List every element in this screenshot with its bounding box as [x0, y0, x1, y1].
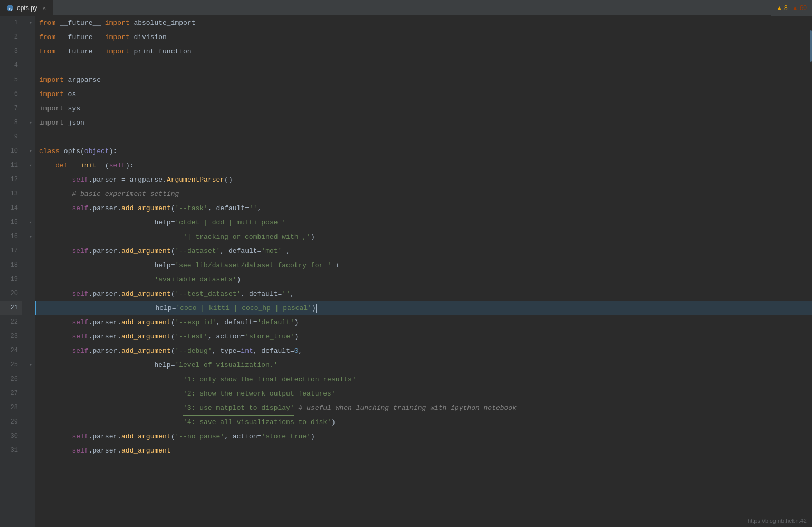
code-line-5: import argparse — [35, 73, 812, 87]
fold-icon-16[interactable]: ▾ — [26, 230, 35, 244]
code-line-4 — [35, 59, 812, 73]
fold-icon-19 — [26, 272, 35, 287]
line-number-24: 24 — [0, 344, 22, 358]
fold-icon-15[interactable]: ▾ — [26, 215, 35, 230]
line-number-10: 10 — [0, 144, 22, 158]
code-line-18: help='see lib/dataset/dataset_facotry fo… — [35, 258, 812, 272]
fold-icon-4 — [26, 59, 35, 73]
fold-icon-27 — [26, 387, 35, 401]
line-number-1: 1 — [0, 16, 22, 30]
line-number-6: 6 — [0, 87, 22, 101]
line-number-21: 21 — [0, 301, 22, 315]
line-number-2: 2 — [0, 30, 22, 44]
editor-area: 1234567891011121314151617181920212223242… — [0, 16, 812, 527]
status-bar: https://blog.nb.hebn.42 — [748, 517, 807, 525]
code-line-20: self.parser.add_argument('--test_dataset… — [35, 287, 812, 301]
fold-icon-24 — [26, 344, 35, 358]
code-content[interactable]: from __future__ import absolute_importfr… — [35, 16, 812, 527]
code-line-28: '3: use matplot to display' # useful whe… — [35, 401, 812, 415]
fold-icon-30 — [26, 429, 35, 444]
fold-icon-9 — [26, 130, 35, 144]
line-number-7: 7 — [0, 101, 22, 116]
fold-icon-29 — [26, 415, 35, 429]
line-number-9: 9 — [0, 130, 22, 144]
fold-icon-22 — [26, 315, 35, 330]
url-hint: https://blog.nb.hebn.42 — [748, 517, 807, 524]
line-number-26: 26 — [0, 372, 22, 387]
code-line-13: # basic experiment setting — [35, 187, 812, 201]
fold-icon-10[interactable]: ▾ — [26, 144, 35, 158]
python-icon: py — [6, 4, 14, 12]
code-line-14: self.parser.add_argument('--task', defau… — [35, 201, 812, 215]
line-number-28: 28 — [0, 401, 22, 415]
fold-icon-26 — [26, 372, 35, 387]
line-number-27: 27 — [0, 387, 22, 401]
code-line-12: self.parser = argparse.ArgumentParser() — [35, 173, 812, 187]
fold-icon-7 — [26, 101, 35, 116]
fold-icon-13 — [26, 187, 35, 201]
fold-icon-17 — [26, 244, 35, 258]
code-line-11: def __init__(self): — [35, 158, 812, 173]
scrollbar-indicator[interactable] — [810, 30, 812, 62]
code-line-7: import sys — [35, 101, 812, 116]
svg-text:py: py — [8, 6, 12, 11]
line-number-8: 8 — [0, 116, 22, 130]
line-number-14: 14 — [0, 201, 22, 215]
line-number-23: 23 — [0, 330, 22, 344]
line-number-22: 22 — [0, 315, 22, 330]
line-numbers: 1234567891011121314151617181920212223242… — [0, 16, 26, 527]
line-number-20: 20 — [0, 287, 22, 301]
code-line-29: '4: save all visualizations to disk') — [35, 415, 812, 429]
line-number-17: 17 — [0, 244, 22, 258]
fold-icon-25[interactable]: ▾ — [26, 358, 35, 372]
line-number-11: 11 — [0, 158, 22, 173]
code-line-24: self.parser.add_argument('--debug', type… — [35, 344, 812, 358]
code-line-1: from __future__ import absolute_import — [35, 16, 812, 30]
warning-bar: ▲ 8 ▲ 60 — [771, 0, 812, 16]
fold-icon-20 — [26, 287, 35, 301]
gutter-area: 1234567891011121314151617181920212223242… — [0, 16, 35, 527]
fold-icon-31 — [26, 444, 35, 458]
line-number-5: 5 — [0, 73, 22, 87]
fold-icon-1[interactable]: ▾ — [26, 16, 35, 30]
code-line-10: class opts(object): — [35, 144, 812, 158]
line-number-30: 30 — [0, 429, 22, 444]
text-cursor — [316, 304, 317, 313]
tab-close-button[interactable]: × — [43, 5, 46, 11]
code-line-15: help='ctdet | ddd | multi_pose ' — [35, 215, 812, 230]
code-line-6: import os — [35, 87, 812, 101]
line-number-13: 13 — [0, 187, 22, 201]
code-line-22: self.parser.add_argument('--exp_id', def… — [35, 315, 812, 330]
line-number-31: 31 — [0, 444, 22, 458]
code-line-27: '2: show the network output features' — [35, 387, 812, 401]
fold-icon-18 — [26, 258, 35, 272]
code-line-31: self.parser.add_argument — [35, 444, 812, 458]
tab-filename: opts.py — [17, 4, 37, 12]
code-line-17: self.parser.add_argument('--dataset', de… — [35, 244, 812, 258]
code-line-21: help='coco | kitti | coco_hp | pascal') — [35, 301, 812, 315]
line-number-29: 29 — [0, 415, 22, 429]
warning-triangle-icon: ▲ — [776, 4, 782, 12]
tab-opts-py[interactable]: py opts.py × — [0, 0, 53, 16]
error-triangle-icon: ▲ — [792, 4, 798, 12]
fold-gutter: ▾▾▾▾▾▾▾ — [26, 16, 35, 527]
line-number-3: 3 — [0, 44, 22, 59]
line-number-12: 12 — [0, 173, 22, 187]
fold-icon-23 — [26, 330, 35, 344]
fold-icon-12 — [26, 173, 35, 187]
fold-icon-28 — [26, 401, 35, 415]
fold-icon-6 — [26, 87, 35, 101]
code-line-19: 'available datasets') — [35, 272, 812, 287]
fold-icon-3 — [26, 44, 35, 59]
code-line-30: self.parser.add_argument('--no_pause', a… — [35, 429, 812, 444]
fold-icon-8[interactable]: ▾ — [26, 116, 35, 130]
line-number-4: 4 — [0, 59, 22, 73]
code-line-25: help='level of visualization.' — [35, 358, 812, 372]
fold-icon-11[interactable]: ▾ — [26, 158, 35, 173]
code-line-8: import json — [35, 116, 812, 130]
code-line-16: '| tracking or combined with ,') — [35, 230, 812, 244]
tab-bar: py opts.py × ▲ 8 ▲ 60 — [0, 0, 812, 16]
code-line-23: self.parser.add_argument('--test', actio… — [35, 330, 812, 344]
line-number-18: 18 — [0, 258, 22, 272]
line-number-15: 15 — [0, 215, 22, 230]
